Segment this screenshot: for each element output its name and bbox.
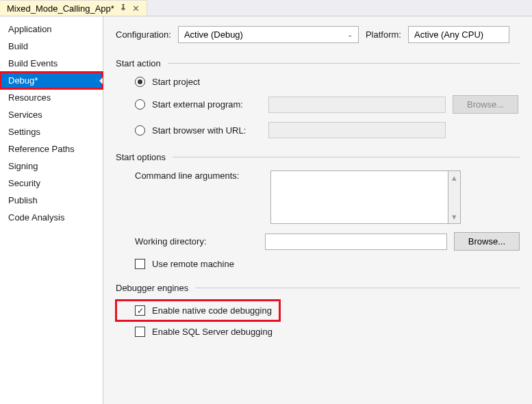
browse-button[interactable]: Browse... (453, 95, 518, 114)
section-title: Start action (116, 58, 161, 68)
sidebar-item-application[interactable]: Application (0, 21, 103, 38)
start-project-label: Start project (152, 77, 200, 87)
external-program-input[interactable] (268, 97, 446, 113)
chevron-down-icon: ⌄ (347, 31, 353, 38)
browser-url-input[interactable] (268, 122, 446, 138)
sidebar-item-debug[interactable]: Debug* (0, 72, 103, 89)
debugger-engines-section: Debugger engines Enable native code debu… (116, 283, 520, 337)
document-tab[interactable]: Mixed_Mode_Calling_App* ✕ (0, 0, 147, 16)
enable-native-checkbox[interactable] (135, 305, 145, 316)
use-remote-label: Use remote machine (152, 259, 234, 269)
cmd-args-textarea[interactable] (270, 171, 448, 224)
divider (168, 63, 520, 64)
tab-bar: Mixed_Mode_Calling_App* ✕ (0, 0, 532, 16)
start-project-radio[interactable] (135, 77, 145, 87)
start-options-section: Start options Command line arguments: ▴▾… (116, 152, 520, 269)
content-pane: Configuration: Active (Debug) ⌄ Platform… (103, 16, 532, 404)
divider (195, 288, 520, 288)
start-external-label: Start external program: (152, 99, 262, 110)
enable-sql-checkbox[interactable] (135, 327, 145, 337)
start-action-section: Start action Start project Start externa… (116, 58, 520, 138)
enable-native-highlight: Enable native code debugging (117, 301, 279, 320)
scrollbar[interactable]: ▴▾ (448, 171, 461, 224)
configuration-value: Active (Debug) (184, 29, 243, 40)
start-browser-label: Start browser with URL: (152, 125, 262, 136)
sidebar-item-security[interactable]: Security (0, 175, 103, 192)
close-icon[interactable]: ✕ (132, 3, 140, 14)
working-dir-input[interactable] (265, 233, 447, 250)
divider (173, 157, 520, 157)
sidebar-item-publish[interactable]: Publish (0, 192, 103, 209)
pin-icon[interactable] (120, 4, 127, 12)
platform-dropdown[interactable]: Active (Any CPU) (408, 26, 509, 43)
sidebar-item-build-events[interactable]: Build Events (0, 55, 103, 72)
section-title: Start options (116, 152, 166, 162)
working-dir-label: Working directory: (135, 236, 258, 247)
start-external-radio[interactable] (135, 99, 145, 110)
start-browser-radio[interactable] (135, 125, 145, 136)
use-remote-checkbox[interactable] (135, 259, 145, 269)
platform-label: Platform: (366, 29, 401, 40)
configuration-label: Configuration: (116, 29, 171, 40)
platform-value: Active (Any CPU) (414, 29, 483, 40)
browse-button[interactable]: Browse... (454, 232, 520, 251)
enable-sql-label: Enable SQL Server debugging (152, 327, 273, 337)
sidebar-item-resources[interactable]: Resources (0, 89, 103, 106)
sidebar-item-build[interactable]: Build (0, 38, 103, 55)
sidebar-item-reference-paths[interactable]: Reference Paths (0, 140, 103, 157)
sidebar-item-signing[interactable]: Signing (0, 157, 103, 175)
sidebar: Application Build Build Events Debug* Re… (0, 16, 103, 404)
sidebar-item-code-analysis[interactable]: Code Analysis (0, 209, 103, 226)
sidebar-item-services[interactable]: Services (0, 106, 103, 123)
cmd-args-label: Command line arguments: (135, 171, 264, 181)
sidebar-item-settings[interactable]: Settings (0, 123, 103, 140)
section-title: Debugger engines (116, 283, 188, 293)
tab-title: Mixed_Mode_Calling_App* (7, 3, 114, 14)
enable-native-label: Enable native code debugging (152, 305, 272, 316)
configuration-dropdown[interactable]: Active (Debug) ⌄ (178, 26, 359, 43)
